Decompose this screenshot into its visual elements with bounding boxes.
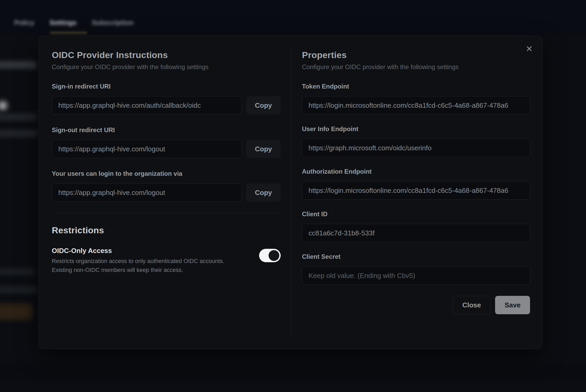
authorization-endpoint-label: Authorization Endpoint: [302, 168, 530, 176]
token-endpoint-row: [302, 96, 530, 115]
blurred-background-dot: [0, 101, 7, 110]
token-endpoint-input[interactable]: [302, 96, 530, 115]
properties-subtitle: Configure your OIDC provider with the fo…: [302, 63, 530, 71]
organization-login-uri-row: Copy: [52, 183, 281, 202]
sign-out-redirect-uri-row: Copy: [52, 140, 281, 158]
organization-login-uri-input[interactable]: [52, 183, 242, 202]
properties-title: Properties: [302, 49, 530, 60]
tab-policy[interactable]: Policy: [14, 15, 34, 30]
sign-out-redirect-uri-label: Sign-out redirect URI: [52, 126, 281, 134]
oidc-only-access-description: Restricts organization access to only au…: [52, 257, 230, 275]
client-secret-label: Client Secret: [302, 253, 530, 261]
restrictions-divider: [52, 213, 280, 213]
instructions-column: OIDC Provider Instructions Configure you…: [52, 36, 281, 275]
save-button[interactable]: Save: [495, 296, 530, 314]
tab-settings[interactable]: Settings: [50, 15, 77, 30]
blurred-background-text: [0, 61, 37, 69]
modal-actions: Close Save: [302, 296, 530, 314]
column-divider: [291, 47, 291, 337]
toggle-knob-icon: [269, 250, 279, 261]
token-endpoint-label: Token Endpoint: [302, 82, 530, 90]
sign-out-redirect-uri-input[interactable]: [52, 140, 242, 158]
page-footer-band: [0, 367, 586, 378]
close-button[interactable]: Close: [453, 296, 491, 314]
client-secret-row: [302, 266, 530, 285]
instructions-subtitle: Configure your OIDC provider with the fo…: [52, 63, 281, 71]
sign-in-redirect-uri-label: Sign-in redirect URI: [52, 82, 281, 90]
client-id-row: [302, 224, 530, 242]
active-tab-underline: [50, 32, 87, 34]
blurred-background-text: [0, 130, 38, 137]
user-info-endpoint-input[interactable]: [302, 139, 530, 157]
sign-in-redirect-uri-row: Copy: [52, 96, 281, 115]
blurred-background-text: [0, 114, 37, 120]
user-info-endpoint-row: [302, 139, 530, 157]
oidc-only-access-text: OIDC-Only Access Restricts organization …: [52, 246, 230, 275]
oidc-only-access-toggle[interactable]: [259, 249, 281, 262]
restrictions-title: Restrictions: [52, 225, 281, 236]
user-info-endpoint-label: User Info Endpoint: [302, 125, 530, 133]
client-secret-input[interactable]: [302, 266, 530, 285]
sign-in-redirect-uri-input[interactable]: [52, 96, 242, 115]
oidc-only-access-label: OIDC-Only Access: [52, 246, 230, 255]
authorization-endpoint-row: [302, 181, 530, 200]
organization-login-uri-label: Your users can login to the organization…: [52, 170, 281, 178]
oidc-only-access-row: OIDC-Only Access Restricts organization …: [52, 246, 281, 275]
properties-column: Properties Configure your OIDC provider …: [302, 36, 530, 314]
blurred-background-button: [0, 304, 33, 320]
blurred-background-text: [0, 269, 35, 275]
client-id-input[interactable]: [302, 224, 530, 242]
background-tab-bar: Policy Settings Subscription: [0, 15, 133, 30]
tab-subscription[interactable]: Subscription: [92, 15, 133, 30]
blurred-background-text: [0, 286, 37, 293]
instructions-title: OIDC Provider Instructions: [52, 49, 281, 60]
client-id-label: Client ID: [302, 210, 530, 218]
copy-sign-out-uri-button[interactable]: Copy: [246, 140, 281, 158]
authorization-endpoint-input[interactable]: [302, 181, 530, 200]
oidc-settings-modal: ✕ OIDC Provider Instructions Configure y…: [38, 35, 543, 349]
copy-sign-in-uri-button[interactable]: Copy: [246, 96, 281, 115]
copy-organization-login-uri-button[interactable]: Copy: [246, 183, 281, 202]
